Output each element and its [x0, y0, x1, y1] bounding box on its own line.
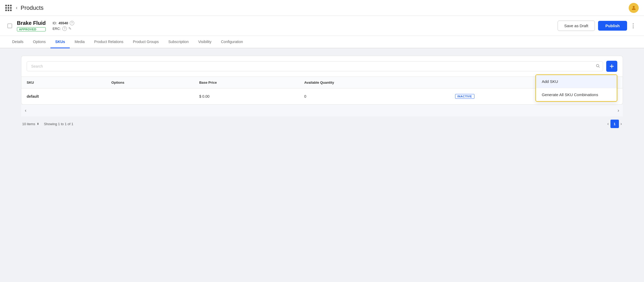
tab-subscription[interactable]: Subscription [164, 36, 193, 48]
page-title: Products [21, 4, 44, 11]
product-header: Brake Fluid APPROVED ID: 45540 ? ERC: ? … [0, 16, 644, 36]
id-value: 45540 [59, 21, 68, 25]
product-info: Brake Fluid APPROVED [17, 20, 46, 31]
erc-label: ERC: [53, 27, 61, 31]
tab-media[interactable]: Media [70, 36, 89, 48]
product-id-row: ID: 45540 ? [53, 21, 74, 25]
page-prev-button[interactable]: ‹ [607, 121, 609, 126]
cell-sku: default [21, 88, 106, 105]
search-wrap [27, 61, 603, 71]
add-sku-button[interactable] [606, 61, 617, 72]
id-label: ID: [53, 21, 57, 25]
back-button[interactable]: ‹ [16, 5, 17, 11]
col-sku: SKU [21, 77, 106, 88]
user-avatar[interactable] [629, 3, 639, 13]
product-name: Brake Fluid [17, 20, 46, 26]
svg-point-1 [596, 64, 599, 67]
main-content: Add SKU Generate All SKU Combinations SK… [0, 48, 644, 137]
search-icon [596, 64, 600, 68]
search-button[interactable] [596, 64, 600, 69]
product-checkbox[interactable] [7, 23, 12, 28]
current-page: 1 [610, 120, 619, 128]
more-options-button[interactable]: ⋮ [630, 22, 637, 29]
items-count: 10 items ⬍ [22, 122, 39, 126]
col-available-quantity: Available Quantity [299, 77, 450, 88]
tab-product-groups[interactable]: Product Groups [128, 36, 164, 48]
scroll-right-button[interactable]: › [615, 107, 622, 114]
cell-options [106, 88, 194, 105]
scroll-row: ‹ › [21, 105, 623, 116]
cell-available-quantity: 0 [299, 88, 450, 105]
status-badge: INACTIVE [455, 94, 474, 99]
table-header-row: SKUOptionsBase PriceAvailable Quantity [21, 77, 623, 88]
page-next-button[interactable]: › [620, 121, 622, 126]
items-count-value: 10 items [22, 122, 35, 126]
header-actions: Save as Draft Publish ⋮ [558, 21, 637, 31]
items-per-page-toggle[interactable]: ⬍ [37, 122, 39, 126]
showing-text: Showing 1 to 1 of 1 [44, 122, 73, 126]
plus-icon [609, 63, 615, 69]
grid-menu-icon[interactable] [5, 5, 12, 11]
add-btn-wrap: Add SKU Generate All SKU Combinations [606, 61, 617, 72]
erc-row: ERC: ? ✎ [53, 26, 74, 31]
add-sku-dropdown-item[interactable]: Add SKU [536, 75, 617, 88]
erc-help-icon[interactable]: ? [62, 26, 67, 31]
add-dropdown-menu: Add SKU Generate All SKU Combinations [535, 74, 617, 102]
col-base-price: Base Price [194, 77, 299, 88]
publish-button[interactable]: Publish [598, 21, 627, 31]
svg-point-0 [633, 6, 634, 8]
tab-visibility[interactable]: Visibility [193, 36, 216, 48]
col-options: Options [106, 77, 194, 88]
search-add-row: Add SKU Generate All SKU Combinations [21, 56, 623, 77]
top-bar: ‹ Products [0, 0, 644, 16]
sku-table: SKUOptionsBase PriceAvailable Quantity d… [21, 77, 623, 104]
user-icon [631, 5, 637, 11]
sku-table-wrap: SKUOptionsBase PriceAvailable Quantity d… [21, 77, 623, 105]
table-row: default$ 0.000INACTIVE⋮ [21, 88, 623, 105]
svg-line-2 [599, 67, 600, 68]
cell-base-price: $ 0.00 [194, 88, 299, 105]
save-draft-button[interactable]: Save as Draft [558, 21, 595, 31]
tab-product-relations[interactable]: Product Relations [90, 36, 128, 48]
product-status-badge: APPROVED [17, 27, 46, 31]
tab-details[interactable]: Details [7, 36, 28, 48]
erc-edit-icon[interactable]: ✎ [68, 26, 72, 31]
product-ids: ID: 45540 ? ERC: ? ✎ [53, 21, 74, 31]
pagination-row: 10 items ⬍ Showing 1 to 1 of 1 ‹ 1 › [21, 116, 623, 129]
tab-options[interactable]: Options [28, 36, 50, 48]
tab-configuration[interactable]: Configuration [216, 36, 248, 48]
tab-skus[interactable]: SKUs [50, 36, 70, 48]
generate-combinations-dropdown-item[interactable]: Generate All SKU Combinations [536, 88, 617, 101]
search-input[interactable] [27, 61, 603, 71]
table-body: default$ 0.000INACTIVE⋮ [21, 88, 623, 105]
id-help-icon[interactable]: ? [70, 21, 74, 25]
tab-bar: DetailsOptionsSKUsMediaProduct Relations… [0, 36, 644, 48]
page-controls: ‹ 1 › [607, 120, 622, 128]
scroll-left-button[interactable]: ‹ [22, 107, 29, 114]
